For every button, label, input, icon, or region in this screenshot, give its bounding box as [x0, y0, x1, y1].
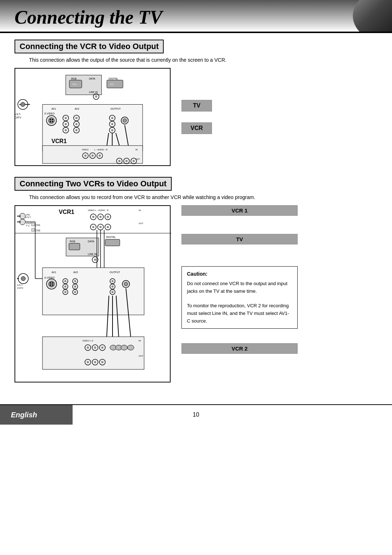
- section1-description: This connection allows the output of the…: [29, 57, 377, 63]
- svg-point-124: [64, 280, 66, 282]
- page-content: Connecting the VCR to Video Output This …: [0, 40, 392, 397]
- two-vcr-diagram-box: VCR1 VIDEO L - AUDIO - R IN OUT: [15, 205, 171, 382]
- svg-point-142: [124, 282, 128, 286]
- svg-text:DIGITAL: DIGITAL: [109, 77, 118, 80]
- svg-rect-96: [32, 228, 34, 231]
- svg-text:VCR1: VCR1: [52, 138, 67, 144]
- svg-text:DATA: DATA: [88, 240, 94, 243]
- svg-text:A N T.: A N T.: [15, 113, 21, 116]
- svg-point-46: [123, 119, 127, 122]
- svg-point-172: [121, 345, 127, 350]
- svg-text:VIDEO    L - AUDIO - R: VIDEO L - AUDIO - R: [88, 209, 109, 211]
- page-title: Connecting the TV: [15, 7, 377, 28]
- svg-point-23: [50, 119, 51, 120]
- svg-text:CH1: CH1: [35, 224, 40, 226]
- svg-point-68: [132, 160, 135, 162]
- svg-point-138: [111, 285, 114, 288]
- caution-box: Caution: Do not connect one VCR to the o…: [181, 266, 298, 329]
- svg-text:RGB: RGB: [70, 240, 75, 243]
- svg-point-106: [94, 259, 96, 261]
- svg-point-32: [65, 129, 67, 131]
- svg-point-42: [111, 123, 113, 125]
- svg-rect-95: [32, 223, 34, 226]
- svg-point-158: [87, 347, 89, 349]
- svg-point-44: [111, 129, 113, 131]
- svg-text:CH2: CH2: [35, 229, 40, 232]
- vcr1-label: VCR 1: [181, 205, 298, 216]
- svg-point-128: [64, 291, 66, 293]
- svg-point-120: [52, 282, 53, 284]
- svg-point-173: [127, 345, 134, 350]
- svg-text:DVI: DVI: [110, 83, 114, 85]
- svg-point-73: [92, 216, 94, 218]
- svg-text:OUT: OUT: [139, 222, 143, 224]
- page-footer: English 10: [0, 404, 392, 425]
- two-vcr-svg: VCR1 VIDEO L - AUDIO - R IN OUT: [15, 206, 171, 380]
- svg-text:VIDEO: VIDEO: [82, 149, 89, 151]
- svg-point-75: [99, 216, 102, 218]
- svg-text:(IN): (IN): [26, 214, 30, 216]
- svg-point-77: [107, 216, 109, 218]
- svg-text:OUTPUT: OUTPUT: [110, 108, 121, 110]
- svg-rect-112: [42, 268, 144, 315]
- tv-label-2: TV: [181, 234, 298, 244]
- svg-text:(OUT): (OUT): [26, 222, 32, 224]
- svg-point-82: [99, 226, 102, 228]
- svg-rect-100: [69, 243, 80, 250]
- svg-text:AV2: AV2: [75, 108, 79, 110]
- vcr2-label: VCR 2: [181, 343, 298, 354]
- svg-point-121: [50, 284, 51, 286]
- svg-text:DATA: DATA: [89, 77, 95, 80]
- svg-point-126: [64, 285, 66, 288]
- svg-text:AV2: AV2: [73, 271, 78, 274]
- svg-point-30: [65, 123, 67, 125]
- tv-back-panel-svg: A N T. /CATV RGB VGA DATA DIGITAL DVI: [15, 69, 170, 165]
- svg-text:OUT: OUT: [139, 355, 143, 357]
- svg-point-15: [95, 96, 97, 98]
- svg-point-36: [75, 123, 78, 125]
- svg-point-84: [107, 226, 109, 228]
- svg-text:/CATV: /CATV: [15, 116, 21, 119]
- svg-point-64: [118, 160, 121, 162]
- section2-description: This connection allows you to record fro…: [29, 194, 377, 200]
- svg-text:A N T.: A N T.: [17, 284, 23, 286]
- header-divider: [0, 32, 392, 33]
- caution-text-2: To monitor the reproduction, VCR 2 for r…: [187, 302, 292, 325]
- section1-labels: TV VCR: [181, 100, 212, 134]
- svg-point-134: [74, 291, 76, 293]
- svg-point-119: [50, 282, 51, 284]
- svg-text:RGB: RGB: [71, 77, 77, 80]
- svg-text:S-VIDEO: S-VIDEO: [44, 112, 55, 115]
- svg-text:S-VIDEO: S-VIDEO: [44, 276, 55, 279]
- svg-point-24: [52, 119, 53, 120]
- svg-point-136: [111, 280, 114, 282]
- section1-heading: Connecting the VCR to Video Output: [15, 40, 164, 53]
- section2-heading: Connecting Two VCRs to Video Output: [15, 177, 172, 191]
- svg-rect-103: [105, 239, 120, 246]
- svg-text:VCR1: VCR1: [59, 209, 74, 215]
- section1: Connecting the VCR to Video Output This …: [15, 40, 377, 166]
- section2-diagram-area: VCR1 VIDEO L - AUDIO - R IN OUT: [15, 205, 377, 382]
- svg-text:VGA: VGA: [72, 83, 77, 85]
- svg-point-132: [74, 285, 76, 288]
- svg-text:A N T.: A N T.: [25, 216, 31, 218]
- svg-point-122: [52, 284, 53, 286]
- vcr-label: VCR: [181, 122, 212, 134]
- svg-point-160: [94, 347, 96, 349]
- svg-point-40: [111, 117, 113, 119]
- svg-point-34: [75, 117, 78, 119]
- tv-diagram-box: A N T. /CATV RGB VGA DATA DIGITAL DVI: [15, 68, 171, 166]
- svg-text:AV1: AV1: [52, 108, 56, 110]
- svg-rect-11: [107, 80, 123, 88]
- svg-point-80: [92, 226, 94, 228]
- svg-text:VIDEO    L-A: VIDEO L-A: [82, 340, 93, 342]
- section1-diagram-area: A N T. /CATV RGB VGA DATA DIGITAL DVI: [15, 68, 377, 166]
- svg-point-66: [126, 160, 128, 162]
- svg-text:AV1: AV1: [52, 271, 56, 274]
- svg-point-61: [99, 154, 101, 157]
- svg-text:IN: IN: [139, 340, 141, 342]
- svg-text:T V: T V: [26, 225, 29, 227]
- svg-text:LINE IN: LINE IN: [88, 253, 97, 255]
- svg-point-38: [75, 129, 78, 131]
- footer-language: English: [0, 405, 73, 425]
